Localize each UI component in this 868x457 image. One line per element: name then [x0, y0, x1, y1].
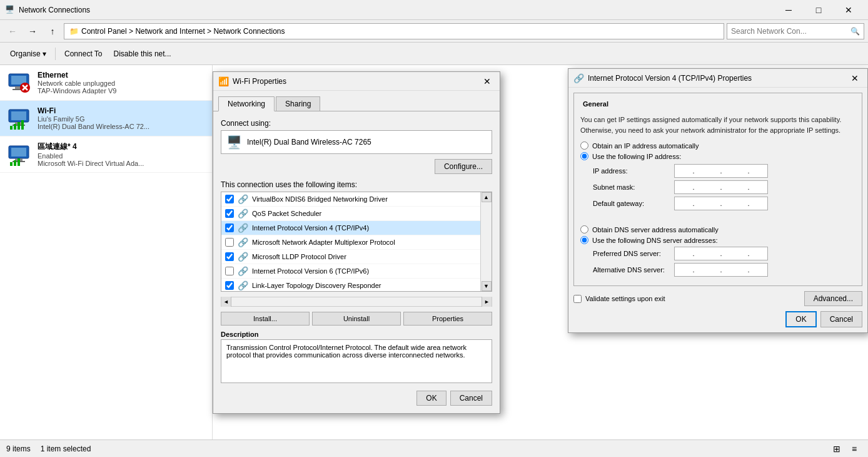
maximize-button[interactable]: □: [804, 0, 833, 20]
list-item-lltd: 🔗 Link-Layer Topology Discovery Responde…: [221, 279, 480, 292]
wifi-cancel-button[interactable]: Cancel: [450, 391, 492, 406]
svg-rect-12: [14, 124, 16, 130]
svg-rect-16: [11, 148, 26, 157]
alt-dns-input[interactable]: . . .: [674, 263, 768, 277]
install-button[interactable]: Install...: [221, 312, 310, 326]
wifi-dialog-icon: 📶: [218, 76, 229, 86]
scroll-down[interactable]: ▼: [482, 281, 492, 291]
checkbox-lldp[interactable]: [225, 252, 234, 261]
items-label: This connection uses the following items…: [221, 180, 492, 189]
advanced-button[interactable]: Advanced...: [804, 291, 862, 306]
qos-icon: 🔗: [238, 208, 248, 218]
wifi-ok-cancel: OK Cancel: [221, 391, 492, 406]
back-button[interactable]: ←: [4, 23, 21, 40]
search-input[interactable]: [731, 27, 850, 36]
properties-button[interactable]: Properties: [403, 312, 492, 326]
svg-rect-21: [18, 158, 20, 166]
preferred-dns-input[interactable]: . . .: [674, 247, 768, 260]
svg-rect-20: [14, 160, 16, 166]
scroll-left[interactable]: ◄: [221, 297, 231, 307]
auto-dns-radio[interactable]: [580, 225, 588, 234]
tcp-dialog-close[interactable]: ✕: [847, 71, 862, 86]
wifi-ok-button[interactable]: OK: [416, 391, 446, 406]
minimize-button[interactable]: ─: [774, 0, 803, 20]
subnet-mask-row: Subnet mask: . . .: [593, 180, 855, 194]
disable-button[interactable]: Disable this net...: [109, 45, 176, 63]
address-text: Control Panel > Network and Internet > N…: [81, 27, 285, 36]
ethernet-desc1: Network cable unplugged: [38, 80, 206, 87]
virtualbox-icon: 🔗: [238, 194, 248, 204]
view-details-button[interactable]: ⊞: [829, 441, 844, 456]
uninstall-button[interactable]: Uninstall: [312, 312, 401, 326]
up-button[interactable]: ↑: [44, 23, 61, 40]
svg-rect-14: [21, 120, 24, 130]
validate-row: Validate settings upon exit Advanced...: [573, 291, 862, 306]
checkbox-ipv6[interactable]: [225, 267, 234, 275]
checkbox-ipv4[interactable]: [225, 223, 234, 232]
default-gateway-row: Default gateway: . . .: [593, 197, 855, 210]
preferred-dns-row: Preferred DNS server: . . .: [593, 247, 855, 260]
tcp-ok-button[interactable]: OK: [785, 311, 816, 327]
network-list: Ethernet Network cable unplugged TAP-Win…: [0, 65, 213, 439]
tcp-cancel-button[interactable]: Cancel: [820, 311, 862, 327]
tcp-ok-cancel: OK Cancel: [573, 311, 862, 327]
search-icon: 🔍: [850, 27, 860, 36]
checkbox-qos[interactable]: [225, 209, 234, 218]
tcp-dialog: 🔗 Internet Protocol Version 4 (TCP/IPv4)…: [568, 68, 868, 333]
network-item-wifi[interactable]: Wi-Fi Liu's Family 5G Intel(R) Dual Band…: [0, 101, 212, 136]
wifi-info: Wi-Fi Liu's Family 5G Intel(R) Dual Band…: [38, 106, 206, 130]
dns-section: Obtain DNS server address automatically …: [580, 225, 855, 244]
network-item-ethernet[interactable]: Ethernet Network cable unplugged TAP-Win…: [0, 65, 212, 101]
ip-address-row: IP address: . . .: [593, 164, 855, 178]
auto-dns-label[interactable]: Obtain DNS server address automatically: [592, 226, 719, 234]
network-item-area[interactable]: 區域連線* 4 Enabled Microsoft Wi-Fi Direct V…: [0, 136, 212, 173]
item-ipv4-text: Internet Protocol Version 4 (TCP/IPv4): [252, 224, 369, 232]
validate-checkbox[interactable]: [573, 295, 582, 303]
checkbox-multiplexor[interactable]: [225, 238, 234, 247]
wifi-dialog-title: Wi-Fi Properties: [233, 77, 480, 86]
preferred-dns-label: Preferred DNS server:: [593, 250, 674, 257]
item-lltd-text: Link-Layer Topology Discovery Responder: [252, 282, 381, 289]
close-button[interactable]: ✕: [834, 0, 863, 20]
configure-button[interactable]: Configure...: [435, 159, 492, 174]
list-item-ipv6: 🔗 Internet Protocol Version 6 (TCP/IPv6): [221, 264, 480, 279]
subnet-mask-input[interactable]: . . .: [674, 180, 768, 194]
area-desc2: Microsoft Wi-Fi Direct Virtual Ada...: [38, 160, 206, 167]
wifi-name: Wi-Fi: [38, 106, 206, 115]
default-gateway-input[interactable]: . . .: [674, 197, 768, 210]
manual-dns-label[interactable]: Use the following DNS server addresses:: [592, 237, 718, 244]
alt-dns-label: Alternative DNS server:: [593, 266, 674, 274]
wifi-dialog-tabs: Networking Sharing: [213, 91, 500, 111]
adapter-icon: 🖥️: [226, 135, 242, 150]
connect-to-button[interactable]: Connect To: [59, 45, 108, 63]
app-icon: 🖥️: [5, 5, 15, 15]
wifi-dialog-close[interactable]: ✕: [480, 74, 495, 89]
tab-sharing[interactable]: Sharing: [276, 96, 320, 111]
manual-dns-radio[interactable]: [580, 236, 588, 244]
scroll-up[interactable]: ▲: [482, 192, 492, 202]
auto-ip-label[interactable]: Obtain an IP address automatically: [592, 142, 699, 150]
validate-label[interactable]: Validate settings upon exit: [585, 295, 665, 302]
description-box: Transmission Control Protocol/Internet P…: [221, 339, 492, 383]
ip-address-input[interactable]: . . .: [674, 164, 768, 178]
tab-networking[interactable]: Networking: [218, 96, 275, 111]
auto-ip-row: Obtain an IP address automatically: [580, 141, 855, 150]
manual-dns-row: Use the following DNS server addresses:: [580, 236, 855, 244]
auto-ip-radio[interactable]: [580, 141, 588, 150]
scroll-right[interactable]: ►: [482, 297, 492, 307]
default-gateway-label: Default gateway:: [593, 200, 674, 207]
alt-dns-row: Alternative DNS server: . . .: [593, 263, 855, 277]
organize-button[interactable]: Organise ▾: [5, 45, 51, 63]
forward-button[interactable]: →: [24, 23, 41, 40]
view-list-button[interactable]: ≡: [847, 441, 862, 456]
toolbar-separator: [55, 48, 56, 60]
svg-rect-11: [10, 126, 13, 130]
manual-ip-radio[interactable]: [580, 152, 588, 160]
manual-ip-label[interactable]: Use the following IP address:: [592, 153, 681, 160]
manual-ip-row: Use the following IP address:: [580, 152, 855, 160]
area-name: 區域連線* 4: [38, 141, 206, 152]
checkbox-lltd[interactable]: [225, 281, 234, 290]
items-buttons-row: Install... Uninstall Properties: [221, 312, 492, 326]
checkbox-virtualbox[interactable]: [225, 195, 234, 203]
address-path[interactable]: 📁 Control Panel > Network and Internet >…: [64, 23, 724, 39]
